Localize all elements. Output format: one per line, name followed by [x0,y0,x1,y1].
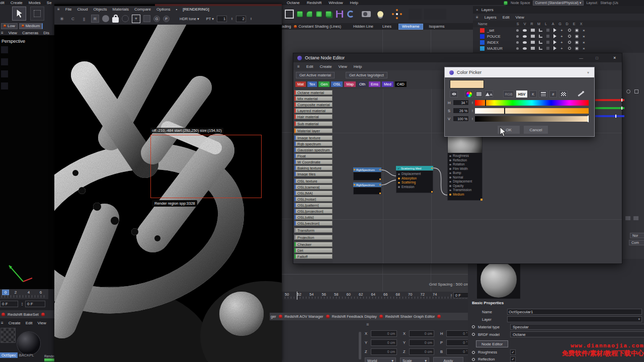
saturation-marker[interactable] [504,108,505,114]
layer-color-swatch[interactable] [480,34,485,39]
gear-icon[interactable]: ✳ [58,15,66,23]
list-item[interactable]: OSL[camera] [294,185,333,190]
hue-marker[interactable] [485,100,486,106]
bakeset-tab[interactable]: Redshift BakeSet [0,310,56,318]
list-item[interactable]: Falloff [294,254,333,259]
list-item[interactable]: Checker [294,242,333,247]
layers-menu[interactable]: Layers [485,15,497,20]
region-render-icon[interactable]: R [91,15,99,23]
close-button[interactable]: × [613,55,616,60]
lock-icon[interactable] [546,41,549,44]
render-icon[interactable] [531,29,535,32]
spline-icon[interactable] [336,11,343,18]
node-rgbspectrum-1[interactable]: RgbSpectrum [353,167,381,180]
menu-help[interactable]: Help [350,1,358,5]
menu-window[interactable]: Window [329,1,343,5]
list-item[interactable]: OSL[projection] [294,209,333,214]
kernel-select[interactable]: PT▾ [206,17,214,21]
cube-icon[interactable] [297,11,303,17]
list-item[interactable]: Gaussian spectrum [294,147,333,152]
col-v[interactable]: V [521,22,528,26]
menu-create[interactable]: Create [11,1,23,5]
resize-handle[interactable] [431,191,433,193]
hamburger-icon[interactable]: ≡ [1,321,4,325]
port-displacement[interactable]: Displacement [397,172,433,176]
col-g[interactable]: G [556,22,564,26]
lines-button[interactable]: Lines [382,24,391,29]
view-menu[interactable]: View [515,15,524,20]
blue-slider[interactable] [595,115,624,117]
list-item[interactable]: Hair material [294,114,333,119]
layer-color-swatch[interactable] [480,40,485,45]
materials-menu[interactable]: Materials [113,7,129,12]
chevron-down-icon[interactable]: ▾ [587,70,589,75]
camera-icon[interactable] [362,11,371,17]
animation-icon[interactable] [553,40,556,44]
port-rotation[interactable]: Rotation [449,162,482,167]
node-specular-material[interactable]: Roughness Reflection Rotation Film Width… [447,135,482,201]
tab-feedback-display[interactable]: Redshift Feedback Display [332,314,377,319]
manager-icon[interactable] [539,29,542,32]
rgb-mode-button[interactable]: RGB [503,90,514,98]
swatches-grid-icon[interactable] [559,90,568,98]
focus-pick-icon[interactable] [122,15,129,22]
resize-handle[interactable] [379,178,381,180]
display-menu[interactable]: Dis [43,31,49,35]
section-header[interactable]: Basic Properties [472,301,504,305]
material-thumbnail[interactable] [1,328,16,343]
tab-ems[interactable]: Ems [369,81,380,87]
tab-gen[interactable]: Gen [318,81,330,87]
scatter-icon[interactable] [316,11,322,17]
material-sphere-thumbnail[interactable] [17,332,40,355]
frame-end-field[interactable]: 0 F [25,301,45,307]
col-x[interactable]: X [578,22,585,26]
g-buffer-icon[interactable]: G [153,16,160,22]
list-item[interactable]: OSL[MA] [294,191,333,196]
menu-modes[interactable]: Modes [29,1,41,5]
kelvin-mode-button[interactable]: K [529,90,537,98]
panel-scrollbar[interactable] [359,332,361,359]
node-collapse-icon[interactable] [354,184,355,186]
col-r[interactable]: R [528,22,535,26]
tab-osl[interactable]: OSL [331,81,343,87]
solo-icon[interactable] [516,35,519,38]
deformers-icon[interactable] [568,41,571,44]
layers-tab[interactable]: Layers [481,8,494,12]
get-active-tag-button[interactable]: Get Active tag/object [346,72,387,78]
swatch-mode-icon[interactable] [475,90,483,98]
hsv-mode-button[interactable]: HSV [516,90,527,98]
quality-medium-button[interactable]: Medium [19,23,43,29]
manager-icon[interactable] [539,47,542,50]
node-rgbspectrum-2[interactable]: RgbSpectrum [353,183,381,195]
solo-icon[interactable] [516,41,519,44]
size-mode-select[interactable]: Scale▾ [400,357,429,362]
layer-color-swatch[interactable] [480,46,485,51]
list-item[interactable]: Octane material [294,90,333,95]
tool-icon[interactable] [625,216,630,220]
name-input[interactable] [507,309,642,315]
compare-menu[interactable]: Compare [134,7,151,12]
col-e[interactable]: E [571,22,578,26]
tab-map[interactable]: Map [344,81,356,87]
output-port[interactable] [379,184,381,186]
maximize-button[interactable]: □ [596,56,598,60]
frame-start-field[interactable]: 0 F [0,301,18,307]
tab-med[interactable]: Med [382,81,393,87]
list-item[interactable]: Dirt [294,248,333,253]
spin-stepper[interactable]: ▲▼ [231,17,233,21]
lock-icon[interactable] [546,29,549,32]
layer-row[interactable]: _set +× [473,27,644,33]
cameras-menu[interactable]: Cameras [22,31,38,35]
size-x-field[interactable]: 0 cm [409,330,434,337]
generators-icon[interactable]: + [560,41,564,44]
animation-icon[interactable] [553,28,556,32]
menu-octane[interactable]: Octane [287,1,300,5]
port-transmission[interactable]: Transmission [449,188,482,193]
help-menu[interactable]: Help [354,64,362,69]
render-region-rect[interactable] [150,135,262,198]
layer-row[interactable]: POUCE +× [473,33,644,39]
red-slider[interactable] [595,99,624,101]
color-picker-titlebar[interactable]: Color Picker ▾ [445,67,594,77]
tab-oth[interactable]: Oth [357,81,367,87]
menu-redshift[interactable]: Redshift [307,1,321,5]
